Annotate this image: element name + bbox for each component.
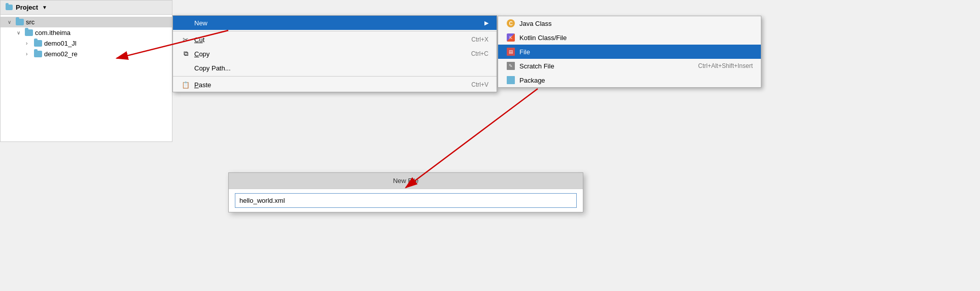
menu-item-copy-label: Copy: [194, 50, 467, 58]
chevron-down-icon: ∨: [8, 19, 14, 25]
menu-item-new-label: New: [194, 19, 476, 27]
submenu-item-scratch-file[interactable]: ✎ Scratch File Ctrl+Alt+Shift+Insert: [498, 59, 761, 73]
chevron-right-icon-demo02: ›: [26, 51, 32, 57]
tree-item-src[interactable]: ∨ src: [1, 17, 172, 27]
project-dropdown-arrow[interactable]: ▼: [42, 5, 47, 10]
submenu-label-file: File: [519, 48, 753, 56]
scratch-file-icon: ✎: [506, 61, 515, 70]
scratch-file-shortcut: Ctrl+Alt+Shift+Insert: [698, 62, 753, 69]
com-folder-icon: [25, 29, 33, 36]
package-icon: [506, 76, 515, 85]
paste-icon: 📋: [181, 80, 190, 89]
chevron-down-icon-com: ∨: [17, 30, 23, 35]
dialog-title: New File: [393, 177, 419, 185]
menu-item-paste-label: Paste: [194, 81, 467, 89]
project-folder-icon: [6, 5, 13, 10]
copy-icon: ⧉: [181, 49, 190, 58]
tree-item-demo01[interactable]: › demo01_Jl: [1, 38, 172, 49]
submenu-label-java-class: Java Class: [519, 20, 753, 27]
project-title: Project: [16, 4, 38, 11]
menu-item-copy-path-label: Copy Path...: [194, 64, 488, 72]
tree-item-demo02[interactable]: › demo02_re: [1, 49, 172, 59]
tree-label-demo02: demo02_re: [44, 50, 78, 58]
copy-path-icon: [181, 63, 190, 72]
menu-item-paste[interactable]: 📋 Paste Ctrl+V: [173, 78, 497, 92]
submenu-label-package: Package: [519, 77, 753, 84]
submenu-label-scratch-file: Scratch File: [519, 62, 694, 70]
copy-shortcut: Ctrl+C: [471, 50, 488, 57]
src-folder-icon: [16, 19, 24, 25]
new-file-input[interactable]: [235, 193, 577, 208]
menu-item-cut[interactable]: ✂ Cut Ctrl+X: [173, 32, 497, 47]
menu-separator-2: [173, 76, 497, 77]
tree-label-demo01: demo01_Jl: [44, 40, 77, 47]
project-tree: ∨ src ∨ com.itheima › demo01_Jl › demo02…: [1, 15, 172, 61]
submenu-item-file[interactable]: ▤ File: [498, 45, 761, 59]
java-class-icon: C: [506, 19, 515, 28]
menu-item-new[interactable]: New ▶: [173, 16, 497, 30]
kotlin-class-icon: K: [506, 33, 515, 42]
cut-icon: ✂: [181, 35, 190, 44]
tree-label-src: src: [26, 18, 34, 26]
menu-separator-1: [173, 31, 497, 31]
submenu-label-kotlin-class: Kotlin Class/File: [519, 34, 753, 42]
tree-item-com-itheima[interactable]: ∨ com.itheima: [1, 27, 172, 38]
project-header: Project ▼: [1, 1, 172, 15]
tree-label-com-itheima: com.itheima: [35, 29, 71, 37]
demo02-folder-icon: [34, 51, 42, 57]
context-menu: New ▶ ✂ Cut Ctrl+X ⧉ Copy Ctrl+C Copy Pa…: [172, 15, 497, 92]
submenu: C Java Class K Kotlin Class/File ▤ File …: [498, 16, 761, 88]
project-panel: Project ▼ ∨ src ∨ com.itheima › demo01_J…: [0, 0, 172, 142]
menu-item-copy-path[interactable]: Copy Path...: [173, 61, 497, 75]
menu-item-copy[interactable]: ⧉ Copy Ctrl+C: [173, 47, 497, 61]
dialog-header: New File: [229, 173, 583, 189]
demo01-folder-icon: [34, 40, 42, 47]
paste-shortcut: Ctrl+V: [471, 81, 488, 88]
new-icon: [181, 18, 190, 27]
submenu-arrow-icon: ▶: [484, 20, 488, 26]
submenu-item-package[interactable]: Package: [498, 73, 761, 87]
submenu-item-java-class[interactable]: C Java Class: [498, 16, 761, 30]
file-icon: ▤: [506, 47, 515, 56]
submenu-item-kotlin-class[interactable]: K Kotlin Class/File: [498, 30, 761, 45]
menu-item-cut-label: Cut: [194, 36, 467, 44]
new-file-dialog: New File: [228, 172, 583, 212]
chevron-right-icon-demo01: ›: [26, 41, 32, 46]
cut-shortcut: Ctrl+X: [471, 36, 488, 43]
dialog-input-wrap: [229, 189, 583, 212]
